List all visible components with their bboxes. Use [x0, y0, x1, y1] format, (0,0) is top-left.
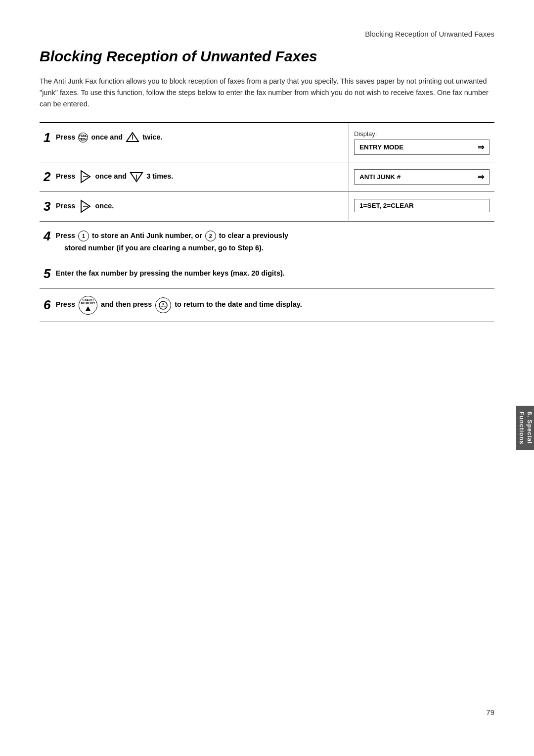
page-number: 79	[486, 708, 494, 716]
right-arrow-2-icon	[78, 199, 92, 213]
key-1-icon: 1	[78, 231, 89, 241]
step-1-number: 1	[44, 130, 50, 145]
up-arrow-icon	[126, 131, 139, 144]
display-box-1: ENTRY MODE ⇒	[354, 140, 490, 155]
key-2-icon: 2	[205, 231, 216, 241]
svg-marker-8	[86, 306, 90, 311]
display-text-1: ENTRY MODE	[359, 143, 403, 151]
step-4-text: Press 1 to store an Anti Junk number, or…	[56, 232, 289, 239]
down-arrow-icon	[130, 170, 143, 184]
display-box-3: 1=SET, 2=CLEAR	[354, 199, 490, 212]
step-3-right: 1=SET, 2=CLEAR	[349, 191, 494, 221]
step-2-right: ANTI JUNK # ⇒	[349, 162, 494, 191]
step-6-row: 6 Press START/MEMORY and then press ⊗STO…	[40, 288, 494, 322]
start-memory-button-icon: START/MEMORY	[79, 296, 97, 315]
step-1-right: Display: ENTRY MODE ⇒	[349, 123, 494, 162]
step-4-number: 4	[44, 229, 50, 243]
step-2-row: 2 Press once and 3 times.	[40, 162, 494, 191]
step-3-row: 3 Press once. 1=SET, 2=CLEAR	[40, 191, 494, 221]
step-4-row: 4 Press 1 to store an Anti Junk number, …	[40, 221, 494, 259]
step-3-number: 3	[44, 199, 50, 214]
step-4-content: 4 Press 1 to store an Anti Junk number, …	[40, 221, 494, 259]
step-2-text: Press once and 3 times.	[56, 172, 173, 180]
step-3-text: Press once.	[56, 202, 114, 210]
page-header: Blocking Reception of Unwanted Faxes	[0, 0, 534, 48]
display-text-3: 1=SET, 2=CLEAR	[359, 202, 414, 209]
display-box-2: ANTI JUNK # ⇒	[354, 169, 490, 185]
step-6-text: Press START/MEMORY and then press ⊗STOP …	[56, 300, 302, 308]
svg-text:⊗: ⊗	[162, 302, 164, 305]
step-5-text: Enter the fax number by pressing the num…	[56, 269, 285, 277]
step-1-row: 1 Press FUNCTION once and twice. Display…	[40, 123, 494, 162]
step-3-left: 3 Press once.	[40, 191, 349, 221]
step-5-number: 5	[44, 266, 50, 281]
side-tab: 6. SpecialFunctions	[516, 406, 534, 450]
stop-button-icon: ⊗STOP	[155, 297, 171, 313]
right-arrow-icon	[78, 170, 92, 184]
step-5-row: 5 Enter the fax number by pressing the n…	[40, 259, 494, 288]
step-6-number: 6	[44, 297, 50, 312]
step-1-text: Press FUNCTION once and twice.	[56, 133, 163, 141]
intro-paragraph: The Anti Junk Fax function allows you to…	[40, 76, 494, 110]
step-4-text2: stored number (if you are clearing a num…	[64, 244, 490, 252]
svg-text:STOP: STOP	[161, 305, 166, 308]
header-title: Blocking Reception of Unwanted Faxes	[365, 30, 494, 38]
step-2-left: 2 Press once and 3 times.	[40, 162, 349, 191]
page-title: Blocking Reception of Unwanted Faxes	[40, 48, 494, 65]
step-6-content: 6 Press START/MEMORY and then press ⊗STO…	[40, 288, 494, 322]
display-label: Display:	[354, 130, 490, 138]
display-text-2: ANTI JUNK #	[359, 173, 400, 181]
function-button-icon: FUNCTION	[78, 133, 88, 142]
step-1-left: 1 Press FUNCTION once and twice.	[40, 123, 349, 162]
side-tab-text: 6. SpecialFunctions	[517, 412, 533, 444]
display-arrow-2: ⇒	[478, 172, 484, 182]
steps-table: 1 Press FUNCTION once and twice. Display…	[40, 122, 494, 322]
display-arrow-1: ⇒	[478, 142, 484, 152]
step-5-content: 5 Enter the fax number by pressing the n…	[40, 259, 494, 288]
main-content: Blocking Reception of Unwanted Faxes The…	[0, 48, 534, 322]
step-2-number: 2	[44, 169, 50, 184]
